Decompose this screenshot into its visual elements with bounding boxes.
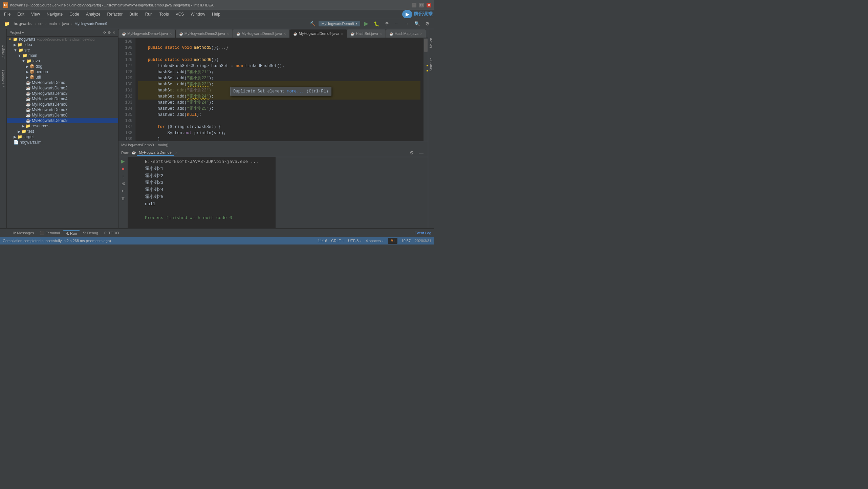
tab-demo9-close[interactable]: ✕ [341,32,343,36]
tree-person[interactable]: ▶ 📦 person [7,69,118,75]
tab-demo8[interactable]: ☕ MyHogwartsDemo8.java ✕ [233,29,290,38]
run-clear-btn[interactable]: 🗑 [120,195,127,202]
menu-help[interactable]: Help [209,11,223,17]
event-log-link[interactable]: Event Log [414,231,431,235]
breadcrumb-demo9[interactable]: MyHogwartsDemo9 [74,22,107,26]
tab-demo4[interactable]: ☕ MyHogwartsDemo4.java ✕ [118,29,176,38]
search-everywhere-btn[interactable]: 🔍 [413,20,421,28]
project-close-icon[interactable]: ✕ [112,30,115,35]
tab-hashmap[interactable]: ☕ HashMap.java ✕ [386,29,426,38]
datetime: 19:57 [402,239,411,243]
tooltip-popup[interactable]: Duplicate Set element more... (Ctrl+F1) [230,87,331,96]
tree-demo7[interactable]: ☕ MyHogwartsDemo7 [7,107,118,112]
breadcrumb-main[interactable]: main [49,22,57,26]
editor-breadcrumb-method[interactable]: main() [158,143,168,147]
run-button[interactable]: ▶ [362,20,370,28]
bottom-tab-todo[interactable]: 6: TODO [102,230,122,236]
run-config-dropdown[interactable]: MyHogwartsDemo9 ▾ [319,21,360,26]
run-scroll-end-btn[interactable]: ↓ [120,173,127,179]
tree-dog[interactable]: ▶ 📦 dog [7,64,118,69]
menu-edit[interactable]: Edit [15,11,27,17]
tab-structure[interactable]: Structure [429,56,434,73]
menu-refactor[interactable]: Refactor [105,11,125,17]
breadcrumb-java[interactable]: java [62,22,69,26]
run-tab-close[interactable]: ✕ [175,151,177,154]
tooltip-link[interactable]: more... [287,89,304,94]
tab-demo2[interactable]: ☕ MyHogwartsDemo2.java ✕ [176,29,233,38]
tree-main[interactable]: ▼ 📁 main [7,53,118,58]
charset[interactable]: UTF-8 ÷ [348,239,362,243]
run-tab-demo9[interactable]: MyHogwartsDemo9 [137,150,174,156]
menu-run[interactable]: Run [143,11,155,17]
breadcrumb-src[interactable]: src [38,22,43,26]
toolbar-forward-btn[interactable]: → [403,20,411,28]
tree-idea[interactable]: ▶ 📁 .idea [7,42,118,47]
tab-favorites[interactable]: 2: Favorites [1,68,6,89]
toolbar-build-btn[interactable]: 🔨 [308,20,317,28]
run-config-label: MyHogwartsDemo9 [321,22,354,26]
menu-code[interactable]: Code [67,11,82,17]
run-wrap-btn[interactable]: ↵ [120,188,127,194]
project-sync-icon[interactable]: ⟳ [103,30,106,35]
project-gear-icon[interactable]: ⚙ [108,30,111,35]
tab-demo8-close[interactable]: ✕ [283,32,286,36]
code-editor[interactable]: 108 109 125 126 127 128 129 130 131 132 … [118,38,428,141]
tab-maven[interactable]: Maven [429,36,434,50]
menu-analyze[interactable]: Analyze [83,11,103,17]
menu-navigate[interactable]: Navigate [44,11,65,17]
editor-scrollbar[interactable] [423,38,428,141]
tab-hashset[interactable]: ☕ HashSet.java ✕ [347,29,386,38]
editor-breadcrumb-file[interactable]: MyHogwartsDemo9 [121,143,154,147]
tree-demo2[interactable]: ☕ MyHogwartsDemo2 [7,85,118,91]
tree-test[interactable]: ▶ 📁 test [7,129,118,134]
tab-demo9[interactable]: ☕ MyHogwartsDemo9.java ✕ [290,29,347,38]
menu-vcs[interactable]: VCS [173,11,187,17]
run-settings-btn[interactable]: ⚙ [408,149,416,157]
scrollbar-thumb[interactable] [424,39,428,52]
menu-build[interactable]: Build [127,11,141,17]
menu-file[interactable]: File [1,11,13,17]
run-stop-btn[interactable]: ■ [120,165,127,172]
tree-demo[interactable]: ☕ MyHogwartsDemo [7,80,118,85]
bottom-tab-terminal[interactable]: ⬛ Terminal [37,230,63,236]
menu-view[interactable]: View [28,11,43,17]
debug-button[interactable]: 🐛 [372,20,381,28]
tab-project[interactable]: 1: Project [1,43,6,61]
tree-demo6[interactable]: ☕ MyHogwartsDemo6 [7,102,118,107]
menu-tools[interactable]: Tools [157,11,172,17]
tab-hashset-close[interactable]: ✕ [379,32,382,36]
tree-util[interactable]: ▶ 📦 util [7,75,118,80]
tab-hashmap-close[interactable]: ✕ [420,32,422,36]
date: 2020/3/31 [415,239,431,243]
maximize-button[interactable]: □ [419,3,424,7]
tree-root[interactable]: ▼ 📁 hogwarts F:\codeSource\Jenkins-plugi… [7,37,118,42]
bottom-tab-messages[interactable]: 0: Messages [10,230,37,236]
tree-demo9[interactable]: ☕ MyHogwartsDemo9 [7,118,118,123]
coverage-button[interactable]: ☂ [383,20,391,28]
toolbar-back-btn[interactable]: ← [393,20,401,28]
tree-demo4[interactable]: ☕ MyHogwartsDemo4 [7,96,118,102]
tab-demo2-close[interactable]: ✕ [226,32,229,36]
run-print-btn[interactable]: 🖨 [120,180,127,187]
bottom-tab-run[interactable]: 4: Run [63,230,80,236]
bottom-tab-debug[interactable]: 5: Debug [80,230,101,236]
tree-demo8[interactable]: ☕ MyHogwartsDemo8 [7,112,118,118]
menu-window[interactable]: Window [188,11,208,17]
close-button[interactable]: ✕ [427,3,431,7]
code-content[interactable]: public static void method5 (){ ...} [135,38,423,141]
tree-src[interactable]: ▼ 📁 src [7,47,118,53]
minimize-button[interactable]: ─ [412,3,416,7]
tree-demo3[interactable]: ☕ MyHogwartsDemo3 [7,91,118,96]
tree-target[interactable]: ▶ 📁 target [7,134,118,140]
tree-iml[interactable]: 📄 hogwarts.iml [7,140,118,145]
tab-demo4-close[interactable]: ✕ [169,32,172,36]
toolbar-folder-btn[interactable]: 📁 [3,20,11,28]
tree-resources[interactable]: ▶ 📁 resources [7,123,118,129]
indent[interactable]: 4 spaces ÷ [366,239,384,243]
settings-btn[interactable]: ⚙ [423,20,431,28]
run-hide-btn[interactable]: — [417,149,425,157]
tree-java[interactable]: ▼ 📁 java [7,58,118,64]
cursor-position[interactable]: 11:16 [318,239,327,243]
run-rerun-btn[interactable]: ▶ [120,158,127,165]
line-ending[interactable]: CRLF ÷ [331,239,344,243]
